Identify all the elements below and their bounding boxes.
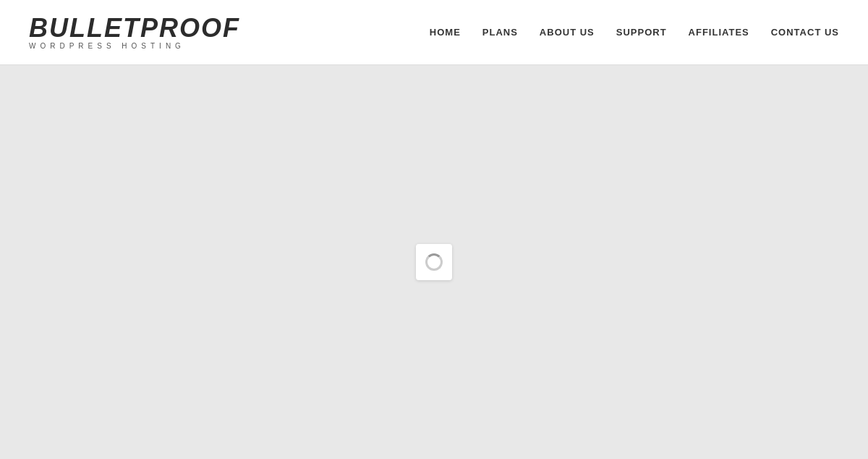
nav-item-affiliates[interactable]: AFFILIATES bbox=[689, 27, 749, 38]
spinner-inner bbox=[425, 253, 443, 271]
nav-item-home[interactable]: HOME bbox=[430, 27, 461, 38]
main-nav: HOME PLANS ABOUT US SUPPORT AFFILIATES C… bbox=[430, 27, 839, 38]
logo-main-text: BULLETPROOF bbox=[29, 15, 240, 41]
site-header: BULLETPROOF WORDPRESS HOSTING HOME PLANS… bbox=[0, 0, 868, 65]
nav-item-contact-us[interactable]: CONTACT US bbox=[771, 27, 839, 38]
logo-sub-text: WORDPRESS HOSTING bbox=[29, 43, 240, 50]
loading-spinner-container bbox=[416, 244, 452, 280]
nav-item-plans[interactable]: PLANS bbox=[482, 27, 518, 38]
logo[interactable]: BULLETPROOF WORDPRESS HOSTING bbox=[29, 15, 240, 50]
main-content bbox=[0, 65, 868, 459]
nav-item-support[interactable]: SUPPORT bbox=[616, 27, 667, 38]
nav-item-about-us[interactable]: ABOUT US bbox=[540, 27, 595, 38]
loading-spinner bbox=[425, 253, 443, 271]
